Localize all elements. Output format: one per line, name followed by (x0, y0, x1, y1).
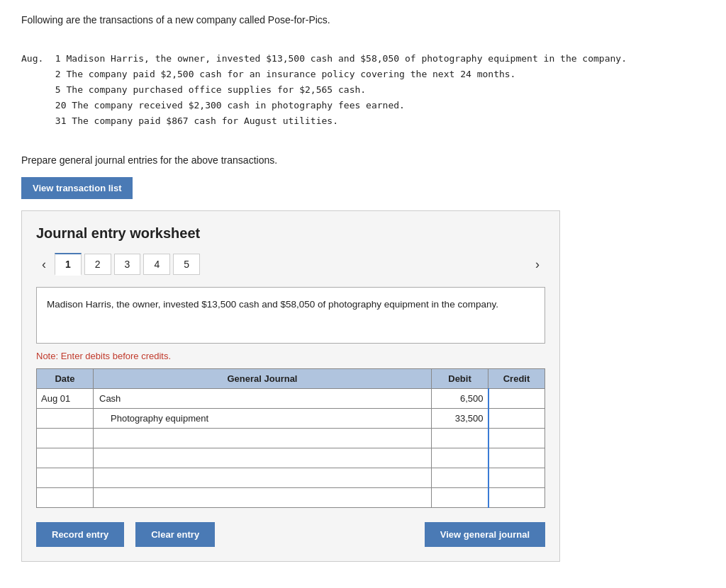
credit-cell[interactable] (488, 409, 545, 429)
debit-cell[interactable]: 6,500 (432, 389, 488, 409)
prepare-text: Prepare general journal entries for the … (21, 154, 705, 166)
transaction-description: Madison Harris, the owner, invested $13,… (36, 287, 545, 344)
intro-text: Following are the transactions of a new … (21, 14, 705, 26)
tab-2[interactable]: 2 (84, 254, 111, 275)
transaction-items: 1 Madison Harris, the owner, invested $1… (55, 51, 627, 129)
note-text: Note: Enter debits before credits. (36, 351, 545, 361)
date-cell[interactable] (37, 409, 94, 429)
debit-cell[interactable]: 33,500 (432, 409, 488, 429)
worksheet-container: Journal entry worksheet ‹ 1 2 3 4 5 › Ma… (21, 210, 560, 562)
transaction-item: 31 The company paid $867 cash for August… (55, 113, 627, 129)
worksheet-title: Journal entry worksheet (36, 225, 545, 242)
table-row (37, 488, 545, 508)
debit-cell[interactable] (432, 448, 488, 468)
header-journal: General Journal (94, 369, 432, 389)
prev-arrow[interactable]: ‹ (36, 254, 52, 275)
credit-cell[interactable] (488, 429, 545, 448)
journal-cell[interactable] (94, 488, 432, 508)
debit-cell[interactable] (432, 468, 488, 488)
journal-table: Date General Journal Debit Credit Aug 01… (36, 368, 545, 508)
tab-navigation: ‹ 1 2 3 4 5 › (36, 253, 545, 276)
credit-cell[interactable] (488, 389, 545, 409)
table-row (37, 429, 545, 448)
tab-1[interactable]: 1 (55, 253, 82, 276)
date-cell[interactable] (37, 488, 94, 508)
transactions-block: Aug. 1 Madison Harris, the owner, invest… (21, 51, 705, 129)
journal-cell[interactable] (94, 448, 432, 468)
credit-cell[interactable] (488, 488, 545, 508)
transaction-item: 1 Madison Harris, the owner, invested $1… (55, 51, 627, 67)
debit-cell[interactable] (432, 429, 488, 448)
date-cell[interactable]: Aug 01 (37, 389, 94, 409)
transaction-item: 20 The company received $2,300 cash in p… (55, 98, 627, 113)
table-row (37, 468, 545, 488)
date-cell[interactable] (37, 468, 94, 488)
date-cell[interactable] (37, 448, 94, 468)
credit-cell[interactable] (488, 468, 545, 488)
tab-5[interactable]: 5 (173, 254, 200, 275)
header-credit: Credit (488, 369, 545, 389)
journal-cell[interactable] (94, 429, 432, 448)
header-date: Date (37, 369, 94, 389)
transaction-item: 5 The company purchased office supplies … (55, 82, 627, 98)
journal-cell[interactable]: Cash (94, 389, 432, 409)
date-cell[interactable] (37, 429, 94, 448)
table-row: Photography equipment33,500 (37, 409, 545, 429)
header-debit: Debit (432, 369, 488, 389)
journal-cell[interactable] (94, 468, 432, 488)
transaction-item: 2 The company paid $2,500 cash for an in… (55, 67, 627, 82)
view-transaction-button[interactable]: View transaction list (21, 177, 133, 199)
next-arrow[interactable]: › (530, 254, 545, 275)
bottom-buttons: Record entry Clear entry View general jo… (36, 522, 545, 547)
tab-4[interactable]: 4 (143, 254, 170, 275)
record-entry-button[interactable]: Record entry (36, 522, 124, 547)
debit-cell[interactable] (432, 488, 488, 508)
table-row (37, 448, 545, 468)
clear-entry-button[interactable]: Clear entry (135, 522, 215, 547)
table-row: Aug 01Cash6,500 (37, 389, 545, 409)
month-label: Aug. (21, 51, 50, 67)
view-general-journal-button[interactable]: View general journal (425, 522, 545, 547)
journal-cell[interactable]: Photography equipment (94, 409, 432, 429)
tab-3[interactable]: 3 (114, 254, 141, 275)
credit-cell[interactable] (488, 448, 545, 468)
